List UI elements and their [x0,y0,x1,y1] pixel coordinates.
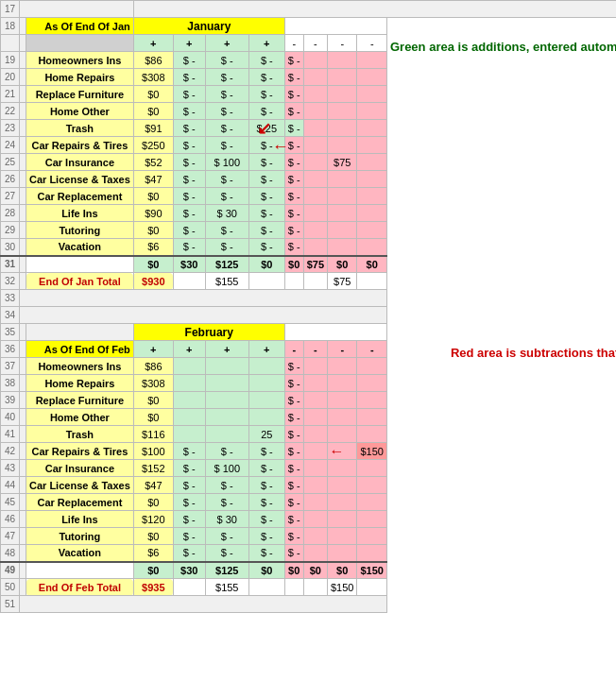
empty-18c [20,35,26,52]
feb-minus3h: - [328,341,357,358]
row-33: 33 [1,290,617,307]
jan-label-homeowners: Homeowners Ins [26,52,134,69]
jan-minus2h: - [303,35,327,52]
jan-annotation-header [284,18,386,35]
jan-val-lifeins: $90 [133,205,173,222]
feb-val-homerepairs: $308 [133,375,173,392]
jan-total-col3: $125 [205,256,248,273]
feb-plus2: + [173,341,205,358]
jan-val-tutoring: $0 [133,222,173,239]
feb-total-col1: $0 [133,562,173,579]
spreadsheet: 17 18 As Of End Of Jan January + + + + -… [0,0,616,613]
jan-minus1h: - [284,35,303,52]
feb-plus4: + [248,341,284,358]
feb-label-carlicense: Car License & Taxes [26,477,134,494]
jan-total-col7: $0 [328,256,357,273]
jan-val-trash: $91 [133,120,173,137]
jan-val-homeowners: $86 [133,52,173,69]
feb-label-carreplacement: Car Replacement [26,494,134,511]
jan-minus3h: - [328,35,357,52]
feb-label-carrepairs: Car Repairs & Tires [26,443,134,460]
row-34: 34 [1,307,617,324]
jan-val-vacation: $6 [133,239,173,256]
empty-18a [20,18,26,35]
feb-total-col5: $0 [284,562,303,579]
feb-total-col3: $125 [205,562,248,579]
red-annotation: Red area is subtractions that you enter … [386,341,616,579]
jan-end-total-row: 32 End Of Jan Total $930 $155 $75 [1,273,617,290]
jan-total-col4: $0 [248,256,284,273]
jan-total-col2: $30 [173,256,205,273]
jan-val-homeother: $0 [133,103,173,120]
feb-total-col7: $0 [328,562,357,579]
feb-label-furniture: Replace Furniture [26,392,134,409]
jan-end-total-label: End Of Jan Total [26,273,134,290]
jan-label-vacation: Vacation [26,239,134,256]
row-18: 18 As Of End Of Jan January [1,18,617,35]
jan-label-carinsurance: Car Insurance [26,154,134,171]
row-17: 17 [1,1,617,18]
feb-end-total-val: $935 [133,579,173,596]
feb-label-homeowners: Homeowners Ins [26,358,134,375]
feb-val-carreplacement: $0 [133,494,173,511]
jan-total-col1: $0 [133,256,173,273]
feb-label-vacation: Vacation [26,545,134,562]
jan-minus4h: - [357,35,386,52]
jan-label-carreplacement: Car Replacement [26,188,134,205]
feb-label-carinsurance: Car Insurance [26,460,134,477]
feb-end-total-row: 50 End Of Feb Total $935 $155 $150 [1,579,617,596]
feb-val-vacation: $6 [133,545,173,562]
jan-total-col6: $75 [303,256,327,273]
feb-total-col4: $0 [248,562,284,579]
feb-plus1: + [133,341,173,358]
jan-val-furniture: $0 [133,86,173,103]
row-num-18: 18 [1,18,20,35]
february-header: February [133,324,284,341]
row-18c: + + + + - - - - Green area is additions,… [1,35,617,52]
empty-17b [133,1,616,18]
feb-val-carlicense: $47 [133,477,173,494]
feb-label-homerepairs: Home Repairs [26,375,134,392]
feb-minus1h: - [284,341,303,358]
jan-label-lifeins: Life Ins [26,205,134,222]
jan-val-carrepairs: $250 [133,137,173,154]
jan-label-carrepairs: Car Repairs & Tires [26,137,134,154]
jan-label-homeother: Home Other [26,103,134,120]
jan-val-carinsurance: $52 [133,154,173,171]
row-35: 35 February [1,324,617,341]
feb-val-carrepairs: $100 [133,443,173,460]
jan-plus3: + [205,35,248,52]
feb-minus2h: - [303,341,327,358]
feb-plus3: + [205,341,248,358]
jan-val-carreplacement: $0 [133,188,173,205]
feb-val-tutoring: $0 [133,528,173,545]
jan-label-homerepairs: Home Repairs [26,69,134,86]
col-asof [26,35,134,52]
jan-label-furniture: Replace Furniture [26,86,134,103]
jan-as-of-header: As Of End Of Jan [26,18,134,35]
jan-val-homerepairs: $308 [133,69,173,86]
row-36: 36 As Of End Of Feb + + + + - - - - Red … [1,341,617,358]
row-51: 51 [1,596,617,613]
jan-plus4: + [248,35,284,52]
feb-as-of-header: As Of End Of Feb [26,341,134,358]
jan-total-col5: $0 [284,256,303,273]
feb-minus4h: - [357,341,386,358]
feb-val-lifeins: $120 [133,511,173,528]
jan-end-total-val: $930 [133,273,173,290]
jan-label-tutoring: Tutoring [26,222,134,239]
feb-label-tutoring: Tutoring [26,528,134,545]
feb-label-trash: Trash [26,426,134,443]
feb-total-col8: $150 [357,562,386,579]
feb-total-col6: $0 [303,562,327,579]
jan-total-col8: $0 [357,256,386,273]
jan-val-carlicense: $47 [133,171,173,188]
feb-val-homeowners: $86 [133,358,173,375]
january-header: January [133,18,284,35]
feb-val-homeother: $0 [133,409,173,426]
feb-val-furniture: $0 [133,392,173,409]
row-num-17: 17 [1,1,20,18]
green-annotation: Green area is additions, entered automat… [386,35,616,273]
feb-val-carinsurance: $152 [133,460,173,477]
jan-plus1: + [133,35,173,52]
